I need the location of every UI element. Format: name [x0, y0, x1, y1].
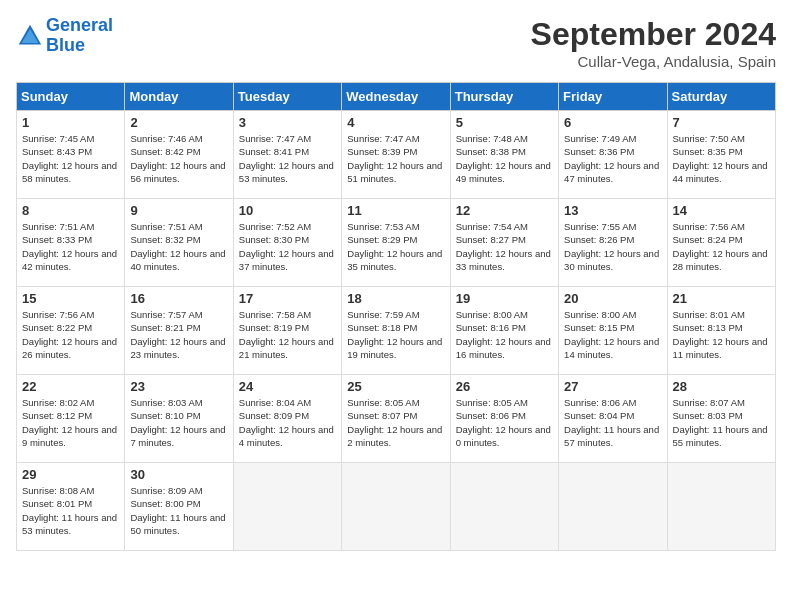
- day-number: 11: [347, 203, 444, 218]
- calendar-week-row: 8Sunrise: 7:51 AM Sunset: 8:33 PM Daylig…: [17, 199, 776, 287]
- calendar-cell: 11Sunrise: 7:53 AM Sunset: 8:29 PM Dayli…: [342, 199, 450, 287]
- calendar-cell: [559, 463, 667, 551]
- calendar-cell: 22Sunrise: 8:02 AM Sunset: 8:12 PM Dayli…: [17, 375, 125, 463]
- calendar-cell: 4Sunrise: 7:47 AM Sunset: 8:39 PM Daylig…: [342, 111, 450, 199]
- day-detail: Sunrise: 7:54 AM Sunset: 8:27 PM Dayligh…: [456, 220, 553, 273]
- day-detail: Sunrise: 7:51 AM Sunset: 8:33 PM Dayligh…: [22, 220, 119, 273]
- calendar-cell: [233, 463, 341, 551]
- calendar-cell: 24Sunrise: 8:04 AM Sunset: 8:09 PM Dayli…: [233, 375, 341, 463]
- day-number: 24: [239, 379, 336, 394]
- calendar-cell: 1Sunrise: 7:45 AM Sunset: 8:43 PM Daylig…: [17, 111, 125, 199]
- day-number: 27: [564, 379, 661, 394]
- day-detail: Sunrise: 8:00 AM Sunset: 8:15 PM Dayligh…: [564, 308, 661, 361]
- day-number: 10: [239, 203, 336, 218]
- weekday-header-friday: Friday: [559, 83, 667, 111]
- calendar-week-row: 29Sunrise: 8:08 AM Sunset: 8:01 PM Dayli…: [17, 463, 776, 551]
- location-subtitle: Cullar-Vega, Andalusia, Spain: [531, 53, 776, 70]
- day-detail: Sunrise: 7:46 AM Sunset: 8:42 PM Dayligh…: [130, 132, 227, 185]
- logo-text: General Blue: [46, 16, 113, 56]
- calendar-week-row: 1Sunrise: 7:45 AM Sunset: 8:43 PM Daylig…: [17, 111, 776, 199]
- day-number: 22: [22, 379, 119, 394]
- calendar-week-row: 15Sunrise: 7:56 AM Sunset: 8:22 PM Dayli…: [17, 287, 776, 375]
- day-number: 1: [22, 115, 119, 130]
- weekday-header-thursday: Thursday: [450, 83, 558, 111]
- day-detail: Sunrise: 7:56 AM Sunset: 8:22 PM Dayligh…: [22, 308, 119, 361]
- day-detail: Sunrise: 8:03 AM Sunset: 8:10 PM Dayligh…: [130, 396, 227, 449]
- day-number: 26: [456, 379, 553, 394]
- day-detail: Sunrise: 7:51 AM Sunset: 8:32 PM Dayligh…: [130, 220, 227, 273]
- calendar-cell: 25Sunrise: 8:05 AM Sunset: 8:07 PM Dayli…: [342, 375, 450, 463]
- day-detail: Sunrise: 7:58 AM Sunset: 8:19 PM Dayligh…: [239, 308, 336, 361]
- day-detail: Sunrise: 7:47 AM Sunset: 8:41 PM Dayligh…: [239, 132, 336, 185]
- day-detail: Sunrise: 8:08 AM Sunset: 8:01 PM Dayligh…: [22, 484, 119, 537]
- day-detail: Sunrise: 8:02 AM Sunset: 8:12 PM Dayligh…: [22, 396, 119, 449]
- weekday-header-wednesday: Wednesday: [342, 83, 450, 111]
- calendar-cell: 5Sunrise: 7:48 AM Sunset: 8:38 PM Daylig…: [450, 111, 558, 199]
- day-detail: Sunrise: 7:59 AM Sunset: 8:18 PM Dayligh…: [347, 308, 444, 361]
- calendar-cell: 13Sunrise: 7:55 AM Sunset: 8:26 PM Dayli…: [559, 199, 667, 287]
- day-number: 21: [673, 291, 770, 306]
- day-number: 19: [456, 291, 553, 306]
- calendar-table: SundayMondayTuesdayWednesdayThursdayFrid…: [16, 82, 776, 551]
- day-number: 7: [673, 115, 770, 130]
- calendar-cell: 6Sunrise: 7:49 AM Sunset: 8:36 PM Daylig…: [559, 111, 667, 199]
- calendar-cell: 10Sunrise: 7:52 AM Sunset: 8:30 PM Dayli…: [233, 199, 341, 287]
- day-detail: Sunrise: 7:45 AM Sunset: 8:43 PM Dayligh…: [22, 132, 119, 185]
- day-detail: Sunrise: 8:05 AM Sunset: 8:06 PM Dayligh…: [456, 396, 553, 449]
- day-detail: Sunrise: 8:07 AM Sunset: 8:03 PM Dayligh…: [673, 396, 770, 449]
- calendar-cell: [667, 463, 775, 551]
- calendar-cell: 15Sunrise: 7:56 AM Sunset: 8:22 PM Dayli…: [17, 287, 125, 375]
- day-number: 8: [22, 203, 119, 218]
- weekday-header-saturday: Saturday: [667, 83, 775, 111]
- day-number: 13: [564, 203, 661, 218]
- day-number: 3: [239, 115, 336, 130]
- day-detail: Sunrise: 7:53 AM Sunset: 8:29 PM Dayligh…: [347, 220, 444, 273]
- calendar-cell: 18Sunrise: 7:59 AM Sunset: 8:18 PM Dayli…: [342, 287, 450, 375]
- day-number: 15: [22, 291, 119, 306]
- day-number: 30: [130, 467, 227, 482]
- calendar-cell: 20Sunrise: 8:00 AM Sunset: 8:15 PM Dayli…: [559, 287, 667, 375]
- day-number: 4: [347, 115, 444, 130]
- calendar-cell: 21Sunrise: 8:01 AM Sunset: 8:13 PM Dayli…: [667, 287, 775, 375]
- weekday-header-tuesday: Tuesday: [233, 83, 341, 111]
- day-detail: Sunrise: 8:09 AM Sunset: 8:00 PM Dayligh…: [130, 484, 227, 537]
- calendar-cell: 28Sunrise: 8:07 AM Sunset: 8:03 PM Dayli…: [667, 375, 775, 463]
- calendar-cell: 16Sunrise: 7:57 AM Sunset: 8:21 PM Dayli…: [125, 287, 233, 375]
- day-number: 20: [564, 291, 661, 306]
- day-detail: Sunrise: 7:56 AM Sunset: 8:24 PM Dayligh…: [673, 220, 770, 273]
- calendar-cell: 26Sunrise: 8:05 AM Sunset: 8:06 PM Dayli…: [450, 375, 558, 463]
- day-detail: Sunrise: 8:00 AM Sunset: 8:16 PM Dayligh…: [456, 308, 553, 361]
- day-number: 14: [673, 203, 770, 218]
- day-number: 18: [347, 291, 444, 306]
- calendar-cell: 7Sunrise: 7:50 AM Sunset: 8:35 PM Daylig…: [667, 111, 775, 199]
- calendar-cell: 19Sunrise: 8:00 AM Sunset: 8:16 PM Dayli…: [450, 287, 558, 375]
- calendar-cell: 3Sunrise: 7:47 AM Sunset: 8:41 PM Daylig…: [233, 111, 341, 199]
- weekday-header-row: SundayMondayTuesdayWednesdayThursdayFrid…: [17, 83, 776, 111]
- calendar-cell: 12Sunrise: 7:54 AM Sunset: 8:27 PM Dayli…: [450, 199, 558, 287]
- calendar-cell: 29Sunrise: 8:08 AM Sunset: 8:01 PM Dayli…: [17, 463, 125, 551]
- logo: General Blue: [16, 16, 113, 56]
- day-number: 23: [130, 379, 227, 394]
- day-detail: Sunrise: 8:05 AM Sunset: 8:07 PM Dayligh…: [347, 396, 444, 449]
- calendar-cell: 8Sunrise: 7:51 AM Sunset: 8:33 PM Daylig…: [17, 199, 125, 287]
- day-detail: Sunrise: 7:57 AM Sunset: 8:21 PM Dayligh…: [130, 308, 227, 361]
- day-number: 5: [456, 115, 553, 130]
- weekday-header-monday: Monday: [125, 83, 233, 111]
- page-header: General Blue September 2024 Cullar-Vega,…: [16, 16, 776, 70]
- day-detail: Sunrise: 7:49 AM Sunset: 8:36 PM Dayligh…: [564, 132, 661, 185]
- calendar-cell: [342, 463, 450, 551]
- day-detail: Sunrise: 7:50 AM Sunset: 8:35 PM Dayligh…: [673, 132, 770, 185]
- day-number: 2: [130, 115, 227, 130]
- day-detail: Sunrise: 8:06 AM Sunset: 8:04 PM Dayligh…: [564, 396, 661, 449]
- logo-line1: General: [46, 15, 113, 35]
- calendar-cell: [450, 463, 558, 551]
- day-detail: Sunrise: 7:47 AM Sunset: 8:39 PM Dayligh…: [347, 132, 444, 185]
- title-block: September 2024 Cullar-Vega, Andalusia, S…: [531, 16, 776, 70]
- day-detail: Sunrise: 7:52 AM Sunset: 8:30 PM Dayligh…: [239, 220, 336, 273]
- day-detail: Sunrise: 7:55 AM Sunset: 8:26 PM Dayligh…: [564, 220, 661, 273]
- calendar-cell: 23Sunrise: 8:03 AM Sunset: 8:10 PM Dayli…: [125, 375, 233, 463]
- day-number: 6: [564, 115, 661, 130]
- calendar-cell: 27Sunrise: 8:06 AM Sunset: 8:04 PM Dayli…: [559, 375, 667, 463]
- day-number: 12: [456, 203, 553, 218]
- day-number: 17: [239, 291, 336, 306]
